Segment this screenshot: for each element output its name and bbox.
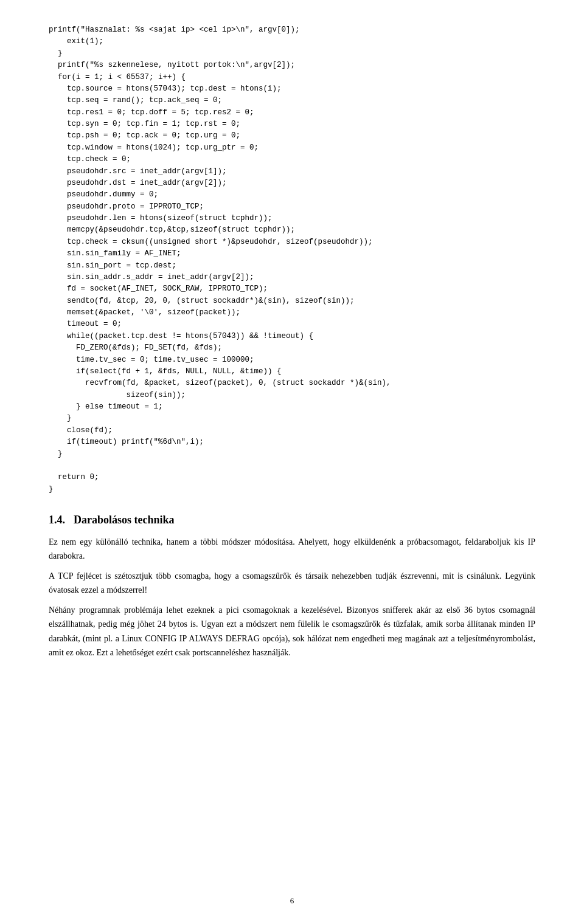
paragraph-2: A TCP fejlécet is szétosztjuk több csoma… xyxy=(49,569,535,597)
paragraph-3: Néhány programnak problémája lehet ezekn… xyxy=(49,603,535,659)
section-title: Darabolásos technika xyxy=(74,514,175,526)
paragraph-1: Ez nem egy különálló technika, hanem a t… xyxy=(49,535,535,563)
page-number: 6 xyxy=(290,896,294,906)
section-heading: 1.4. Darabolásos technika xyxy=(49,514,535,526)
code-block: printf("Hasznalat: %s <sajat ip> <cel ip… xyxy=(49,24,535,495)
page: printf("Hasznalat: %s <sajat ip> <cel ip… xyxy=(0,0,584,924)
section-number: 1.4. xyxy=(49,514,65,526)
